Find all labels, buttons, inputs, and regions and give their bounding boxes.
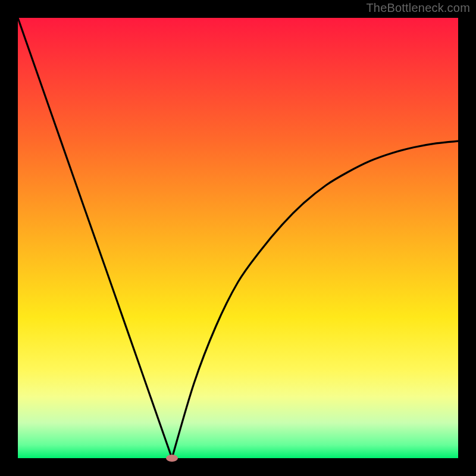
minimum-marker [166,455,178,462]
plot-area [18,18,458,458]
bottleneck-curve [18,18,458,458]
chart-stage: TheBottleneck.com [0,0,476,476]
watermark-text: TheBottleneck.com [366,1,470,15]
